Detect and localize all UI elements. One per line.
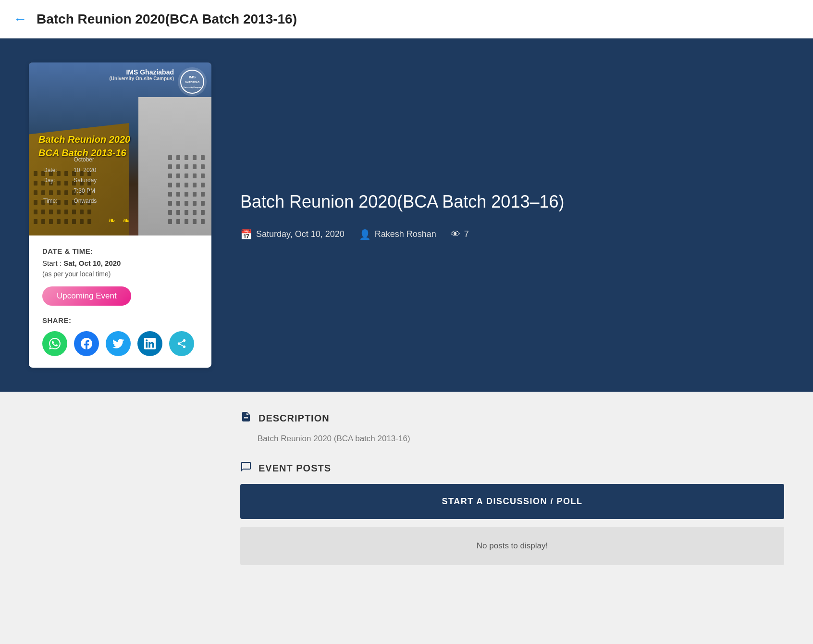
- share-icons-row: [42, 331, 198, 356]
- start-date: Start : Sat, Oct 10, 2020: [42, 259, 198, 267]
- event-posts-header: EVENT POSTS: [240, 461, 784, 475]
- event-title: Batch Reunion 2020(BCA Batch 2013–16): [240, 190, 784, 214]
- upcoming-event-badge[interactable]: Upcoming Event: [42, 286, 131, 306]
- right-sections: DESCRIPTION Batch Reunion 2020 (BCA batc…: [211, 411, 784, 582]
- event-meta: 📅 Saturday, Oct 10, 2020 👤 Rakesh Roshan…: [240, 229, 784, 240]
- meta-date: 📅 Saturday, Oct 10, 2020: [240, 229, 345, 240]
- event-image: IMS GHAZIABAD University Campus IMS Ghaz…: [29, 62, 211, 235]
- card-body: DATE & TIME: Start : Sat, Oct 10, 2020 (…: [29, 235, 211, 368]
- school-name-overlay: IMS Ghaziabad (University On-site Campus…: [110, 68, 174, 81]
- description-section: DESCRIPTION Batch Reunion 2020 (BCA batc…: [240, 411, 784, 444]
- eye-icon: 👁: [451, 229, 460, 240]
- share-label: SHARE:: [42, 316, 198, 324]
- school-logo: IMS GHAZIABAD University Campus: [178, 67, 207, 96]
- linkedin-share-icon[interactable]: [137, 331, 162, 356]
- hero-right-content: Batch Reunion 2020(BCA Batch 2013–16) 📅 …: [240, 190, 784, 240]
- whatsapp-share-icon[interactable]: [42, 331, 67, 356]
- hero-banner: IMS GHAZIABAD University Campus IMS Ghaz…: [0, 38, 813, 392]
- event-posts-title: EVENT POSTS: [259, 463, 331, 474]
- start-discussion-button[interactable]: START A DISCUSSION / POLL: [240, 484, 784, 519]
- description-icon: [240, 411, 252, 425]
- decorative-ornament: ❧ ❧: [108, 215, 132, 226]
- event-posts-section: EVENT POSTS START A DISCUSSION / POLL No…: [240, 461, 784, 565]
- app-header: ← Batch Reunion 2020(BCA Batch 2013-16): [0, 0, 813, 38]
- svg-text:University Campus: University Campus: [184, 86, 201, 88]
- no-posts-message: No posts to display!: [240, 527, 784, 565]
- event-card: IMS GHAZIABAD University Campus IMS Ghaz…: [29, 62, 211, 368]
- twitter-share-icon[interactable]: [106, 331, 131, 356]
- description-text: Batch Reunion 2020 (BCA batch 2013-16): [240, 434, 784, 444]
- content-sections: DESCRIPTION Batch Reunion 2020 (BCA batc…: [0, 392, 813, 602]
- page-title: Batch Reunion 2020(BCA Batch 2013-16): [37, 12, 297, 27]
- facebook-share-icon[interactable]: [74, 331, 99, 356]
- svg-text:GHAZIABAD: GHAZIABAD: [185, 81, 199, 84]
- back-button[interactable]: ←: [13, 12, 27, 27]
- meta-views: 👁 7: [451, 229, 469, 240]
- meta-organizer: 👤 Rakesh Roshan: [359, 229, 436, 240]
- local-time-note: (as per your local time): [42, 270, 198, 278]
- description-title: DESCRIPTION: [259, 413, 330, 424]
- person-icon: 👤: [359, 229, 371, 240]
- generic-share-icon[interactable]: [169, 331, 194, 356]
- date-time-label: DATE & TIME:: [42, 247, 198, 255]
- event-details-overlay: Date: October 10, 2020 Day: Saturday Tim…: [43, 155, 102, 207]
- svg-text:IMS: IMS: [189, 75, 196, 79]
- event-posts-icon: [240, 461, 252, 475]
- description-header: DESCRIPTION: [240, 411, 784, 425]
- calendar-icon: 📅: [240, 229, 252, 240]
